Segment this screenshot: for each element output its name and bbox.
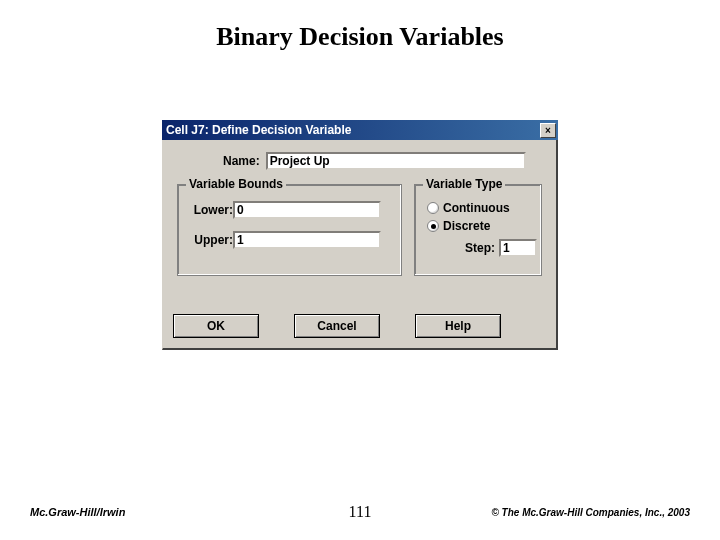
step-row: Step: [425, 239, 531, 257]
dialog-window: Cell J7: Define Decision Variable × Name… [162, 120, 558, 350]
step-input[interactable] [499, 239, 537, 257]
name-row: Name: [173, 152, 546, 170]
radio-discrete[interactable]: Discrete [425, 219, 531, 233]
upper-input[interactable] [233, 231, 381, 249]
bounds-legend: Variable Bounds [186, 177, 286, 191]
titlebar-text: Cell J7: Define Decision Variable [166, 123, 351, 137]
lower-input[interactable] [233, 201, 381, 219]
lower-row: Lower: [188, 201, 391, 219]
page-number: 111 [349, 503, 372, 521]
radio-icon [427, 202, 439, 214]
radio-icon [427, 220, 439, 232]
close-icon: × [545, 125, 551, 136]
variable-type-group: Variable Type Continuous Discrete Step: [414, 184, 542, 276]
titlebar[interactable]: Cell J7: Define Decision Variable × [162, 120, 558, 140]
help-button[interactable]: Help [415, 314, 501, 338]
lower-label: Lower: [188, 203, 233, 217]
slide-title: Binary Decision Variables [0, 22, 720, 52]
radio-dot-icon [431, 224, 436, 229]
upper-label: Upper: [188, 233, 233, 247]
type-legend: Variable Type [423, 177, 505, 191]
cancel-button[interactable]: Cancel [294, 314, 380, 338]
copyright: © The Mc.Graw-Hill Companies, Inc., 2003 [491, 507, 690, 518]
discrete-label: Discrete [443, 219, 490, 233]
step-label: Step: [465, 241, 495, 255]
button-row: OK Cancel Help [173, 314, 501, 338]
fieldsets-row: Variable Bounds Lower: Upper: Variable T… [177, 184, 546, 276]
close-button[interactable]: × [540, 123, 556, 138]
dialog-body: Name: Variable Bounds Lower: Upper: Vari… [162, 140, 558, 350]
radio-continuous[interactable]: Continuous [425, 201, 531, 215]
slide-footer: Mc.Graw-Hill/Irwin 111 © The Mc.Graw-Hil… [0, 506, 720, 518]
name-input[interactable] [266, 152, 526, 170]
footer-left: Mc.Graw-Hill/Irwin [30, 506, 125, 518]
name-label: Name: [223, 154, 260, 168]
variable-bounds-group: Variable Bounds Lower: Upper: [177, 184, 402, 276]
upper-row: Upper: [188, 231, 391, 249]
ok-button[interactable]: OK [173, 314, 259, 338]
continuous-label: Continuous [443, 201, 510, 215]
